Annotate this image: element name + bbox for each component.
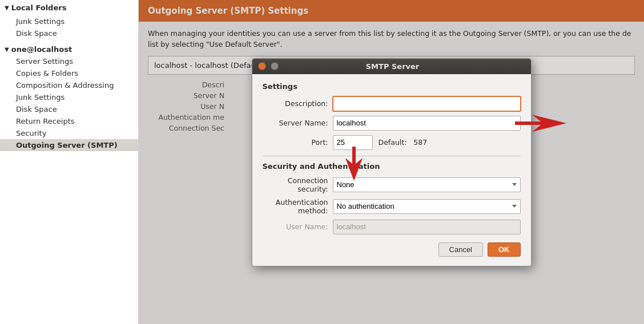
auth-method-label: Authentication method: — [263, 198, 328, 215]
port-label: Port: — [263, 138, 328, 147]
server-name-row: Server Name: — [263, 116, 521, 131]
sidebar-item-outgoing-server[interactable]: Outgoing Server (SMTP) — [0, 139, 138, 151]
collapse-icon-account: ▼ — [5, 46, 9, 52]
settings-heading: Settings — [263, 82, 521, 91]
description-input[interactable] — [333, 96, 521, 111]
account-header: ▼ one@localhost — [0, 42, 138, 55]
arrow-to-port — [345, 147, 363, 181]
local-folders-header: ▼ Local Folders — [0, 0, 138, 15]
sidebar-item-junk-settings-2[interactable]: Junk Settings — [0, 91, 138, 103]
sidebar-item-composition-addressing[interactable]: Composition & Addressing — [0, 79, 138, 91]
connection-security-label: Connection security: — [263, 176, 328, 193]
username-input — [333, 220, 521, 234]
window-minimize-button[interactable] — [271, 62, 279, 70]
svg-marker-1 — [345, 147, 363, 181]
server-name-label: Server Name: — [263, 119, 328, 127]
sidebar-item-return-receipts[interactable]: Return Receipts — [0, 115, 138, 127]
section-divider — [263, 156, 521, 156]
main-panel: Outgoing Server (SMTP) Settings When man… — [139, 0, 644, 324]
cancel-button[interactable]: Cancel — [438, 242, 483, 257]
modal-overlay: SMTP Server Settings Description: Server… — [139, 0, 644, 324]
port-row: Port: Default: 587 — [263, 135, 521, 150]
sidebar-item-junk-settings[interactable]: Junk Settings — [0, 15, 138, 27]
username-row: User Name: — [263, 220, 521, 234]
description-row: Description: — [263, 96, 521, 111]
window-close-button[interactable] — [258, 62, 266, 70]
svg-marker-0 — [515, 115, 566, 132]
sidebar: ▼ Local Folders Junk Settings Disk Space… — [0, 0, 139, 324]
modal-content: Settings Description: Server Name: — [252, 74, 531, 266]
sidebar-item-server-settings[interactable]: Server Settings — [0, 55, 138, 67]
collapse-icon: ▼ — [5, 5, 9, 11]
arrow-to-server-name — [515, 115, 566, 132]
modal-footer: Cancel OK — [263, 242, 521, 257]
server-name-input[interactable] — [333, 116, 521, 131]
ok-button[interactable]: OK — [488, 242, 521, 257]
sidebar-item-disk-space-2[interactable]: Disk Space — [0, 103, 138, 115]
auth-method-row: Authentication method: No authentication… — [263, 198, 521, 215]
modal-titlebar: SMTP Server — [252, 59, 531, 74]
security-heading: Security and Authentication — [263, 162, 521, 171]
connection-security-row: Connection security: None STARTTLS SSL/T… — [263, 176, 521, 193]
smtp-server-modal: SMTP Server Settings Description: Server… — [252, 58, 532, 266]
sidebar-item-copies-folders[interactable]: Copies & Folders — [0, 67, 138, 79]
sidebar-item-disk-space[interactable]: Disk Space — [0, 27, 138, 39]
auth-method-select[interactable]: No authentication Normal password Encryp… — [333, 199, 521, 214]
modal-title: SMTP Server — [283, 62, 502, 71]
default-label: Default: 587 — [379, 138, 428, 147]
sidebar-item-security[interactable]: Security — [0, 127, 138, 139]
username-label: User Name: — [263, 222, 328, 231]
description-label: Description: — [263, 99, 328, 108]
